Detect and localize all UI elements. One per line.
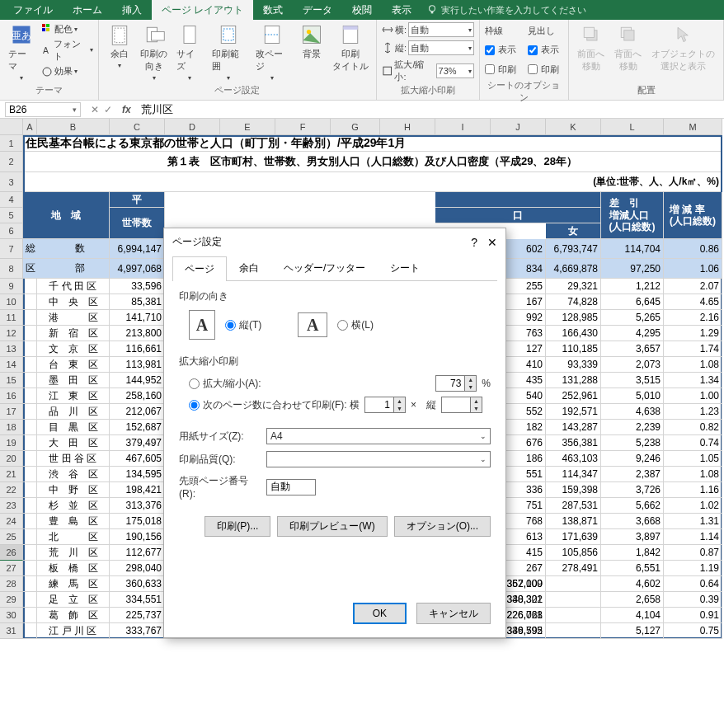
row-header[interactable]: 20 (0, 451, 23, 467)
cell[interactable]: 新 宿 区 (37, 326, 110, 341)
cell[interactable]: 3,897 (601, 529, 664, 545)
size-button[interactable]: サイズ▾ (173, 21, 205, 83)
cell[interactable]: 144,952 (110, 373, 165, 388)
cell[interactable]: 0.75 (664, 623, 722, 639)
cell[interactable]: 1.08 (664, 357, 722, 373)
cell[interactable]: 1.74 (664, 341, 722, 357)
cell[interactable] (23, 576, 37, 592)
cell[interactable]: 港 区 (37, 310, 110, 326)
column-header[interactable]: B (37, 119, 110, 135)
row-header[interactable]: 12 (0, 326, 23, 341)
cell[interactable]: 練 馬 区 (37, 576, 110, 592)
cell[interactable]: 6,994,147 (110, 239, 165, 259)
cell[interactable]: 4.65 (664, 294, 722, 310)
cell[interactable] (435, 192, 601, 208)
row-header[interactable]: 6 (0, 223, 23, 239)
cell[interactable]: 豊 島 区 (37, 514, 110, 529)
ribbon-tab[interactable]: ページ レイアウト (152, 0, 253, 21)
cell[interactable]: 1.05 (664, 451, 722, 467)
row-header[interactable]: 7 (0, 239, 23, 259)
cell[interactable]: 荒 川 区 (37, 545, 110, 561)
cell[interactable]: 1.23 (664, 404, 722, 420)
print-area-button[interactable]: 印刷範囲▾ (209, 21, 249, 83)
cell[interactable]: 品 川 区 (37, 404, 110, 420)
scale-width-select[interactable]: 自動▾ (408, 22, 474, 37)
cell[interactable]: 9,246 (601, 451, 664, 467)
column-header[interactable]: M (664, 119, 722, 135)
cell[interactable]: 1.14 (664, 529, 722, 545)
column-header[interactable]: J (491, 119, 546, 135)
tell-me[interactable]: 実行したい作業を入力してください (426, 4, 586, 16)
cell[interactable]: 口 (435, 208, 601, 223)
cell[interactable]: 3,657 (601, 341, 664, 357)
background-button[interactable]: 背景 (296, 21, 327, 62)
cell[interactable]: 5,238 (601, 435, 664, 451)
cell[interactable]: 千 代 田 区 (37, 279, 110, 294)
ribbon-tab[interactable]: 校閲 (342, 0, 382, 21)
cell[interactable]: 1.08 (664, 467, 722, 482)
cell[interactable]: 3,726 (601, 482, 664, 498)
row-header[interactable]: 21 (0, 467, 23, 482)
cell[interactable]: 中 野 区 (37, 482, 110, 498)
cell[interactable]: 134,595 (110, 467, 165, 482)
cell[interactable]: 97,250 (601, 259, 664, 279)
dialog-close-button[interactable]: ✕ (487, 236, 497, 249)
print-titles-button[interactable]: 印刷 タイトル (331, 21, 371, 74)
cell[interactable]: 2.16 (664, 310, 722, 326)
ribbon-tab[interactable]: 挿入 (112, 0, 152, 21)
row-header[interactable]: 8 (0, 259, 23, 279)
cell[interactable]: 足 立 区 (37, 592, 110, 608)
cell[interactable]: 0.64 (664, 576, 722, 592)
cell[interactable]: 334,551 (110, 592, 165, 608)
cell[interactable]: 0.91 (664, 608, 722, 623)
cell[interactable]: 5,010 (601, 388, 664, 404)
cell[interactable]: 5,265 (601, 310, 664, 326)
cell[interactable] (23, 341, 37, 357)
cell[interactable]: 159,398 (546, 482, 601, 498)
cell[interactable]: 4,997,068 (110, 259, 165, 279)
fx-icon[interactable]: fx (122, 104, 131, 115)
cell[interactable]: 2,073 (601, 357, 664, 373)
cell[interactable]: 1.29 (664, 326, 722, 341)
row-header[interactable]: 29 (0, 592, 23, 608)
dialog-tab[interactable]: ヘッダー/フッター (271, 256, 378, 280)
cell[interactable]: 目 黒 区 (37, 420, 110, 435)
cell[interactable] (546, 592, 601, 608)
row-header[interactable]: 10 (0, 294, 23, 310)
ribbon-tab[interactable]: ホーム (63, 0, 112, 21)
cell[interactable]: 198,421 (110, 482, 165, 498)
name-box[interactable]: B26▾ (5, 102, 81, 117)
row-header[interactable]: 26 (0, 545, 23, 561)
headings-view-check[interactable]: 表示 (528, 44, 559, 56)
cell[interactable]: 1.00 (664, 388, 722, 404)
cell[interactable] (23, 388, 37, 404)
cell[interactable]: 128,985 (546, 310, 601, 326)
breaks-button[interactable]: 改ページ▾ (252, 21, 293, 83)
adjust-scale-spinner[interactable]: ▲▼ (435, 375, 477, 392)
cell[interactable]: 3,668 (601, 514, 664, 529)
cell[interactable]: 4,104 (601, 608, 664, 623)
cell[interactable] (546, 623, 601, 639)
paper-size-combo[interactable]: A4⌄ (266, 428, 491, 444)
cell[interactable]: 1.19 (664, 561, 722, 576)
row-header[interactable]: 16 (0, 388, 23, 404)
row-header[interactable]: 24 (0, 514, 23, 529)
cell[interactable]: 文 京 区 (37, 341, 110, 357)
dialog-tab[interactable]: シート (378, 256, 432, 280)
cell[interactable] (23, 451, 37, 467)
cell[interactable]: 313,376 (110, 498, 165, 514)
row-header[interactable]: 2 (0, 152, 23, 172)
cell[interactable]: 6,645 (601, 294, 664, 310)
cell[interactable] (23, 529, 37, 545)
cell[interactable]: 1.16 (664, 482, 722, 498)
cell[interactable]: 1.34 (664, 373, 722, 388)
cell[interactable]: (単位:世帯、人、人/k㎡、%) (23, 172, 722, 192)
cell[interactable]: 143,287 (546, 420, 601, 435)
row-header[interactable]: 15 (0, 373, 23, 388)
cell[interactable]: 墨 田 区 (37, 373, 110, 388)
cell[interactable] (23, 623, 37, 639)
formula-bar[interactable]: 荒川区 (136, 102, 724, 117)
column-header[interactable]: F (275, 119, 331, 135)
enter-formula-icon[interactable]: ✓ (104, 104, 112, 115)
portrait-radio[interactable]: 縦(T) (225, 318, 261, 332)
